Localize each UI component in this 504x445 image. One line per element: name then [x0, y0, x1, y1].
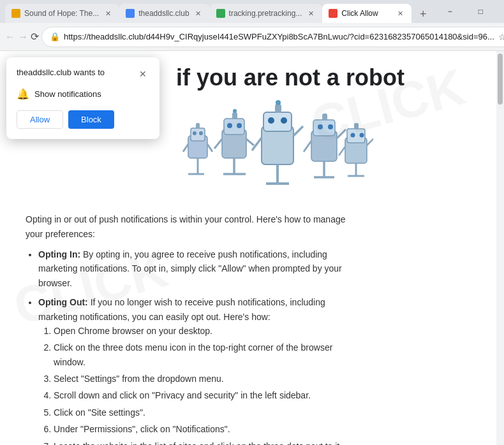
svg-line-40: [304, 141, 311, 152]
back-button[interactable]: ←: [5, 27, 15, 47]
tab1-favicon: [11, 9, 20, 18]
svg-rect-4: [196, 123, 200, 129]
maximize-button[interactable]: □: [466, 3, 494, 20]
reload-button[interactable]: ⟳: [31, 27, 39, 47]
forward-button[interactable]: →: [18, 27, 28, 47]
svg-line-31: [293, 126, 303, 136]
block-button[interactable]: Block: [68, 110, 114, 129]
body-intro: Opting in or out of push notifications i…: [26, 212, 357, 241]
svg-point-12: [227, 123, 232, 128]
tab4-label: Click Allow: [341, 9, 391, 18]
tab2-label: theaddsllc.club: [138, 9, 189, 18]
step-4: Scroll down and click on "Privacy and se…: [54, 388, 357, 402]
tab-sound-of-hope[interactable]: Sound of Hope: The... ✕: [5, 4, 119, 23]
svg-line-19: [214, 139, 222, 149]
show-notifications-label: Show notifications: [34, 89, 101, 99]
popup-notification-row: 🔔 Show notifications: [17, 88, 149, 100]
browser-frame: Sound of Hope: The... ✕ theaddsllc.club …: [0, 0, 504, 445]
svg-rect-25: [275, 104, 281, 113]
popup-title: theaddsllc.club wants to: [17, 68, 105, 77]
svg-line-20: [246, 139, 254, 145]
tab1-label: Sound of Hope: The...: [24, 9, 99, 18]
tab3-favicon: [216, 9, 225, 18]
allow-button[interactable]: Allow: [17, 110, 63, 129]
robots-svg: [169, 98, 373, 200]
svg-point-3: [199, 131, 203, 135]
tab-strip: Sound of Hope: The... ✕ theaddsllc.club …: [5, 0, 432, 23]
body-text: Opting in or out of push notifications i…: [26, 212, 357, 445]
new-tab-button[interactable]: +: [414, 5, 432, 23]
tab4-close[interactable]: ✕: [395, 8, 405, 18]
minimize-button[interactable]: −: [436, 3, 464, 20]
close-button[interactable]: ✕: [497, 3, 504, 20]
bookmark-star-icon[interactable]: ☆: [498, 32, 504, 42]
tab-click-allow[interactable]: Click Allow ✕: [322, 4, 411, 23]
opting-out-heading: Opting Out:: [38, 297, 88, 307]
opting-out-bullet: Opting Out: If you no longer wish to rec…: [38, 295, 357, 445]
steps-list: Open Chrome browser on your desktop. Cli…: [38, 324, 357, 445]
svg-rect-1: [191, 128, 205, 141]
opting-in-heading: Opting In:: [38, 249, 80, 259]
svg-point-34: [318, 124, 323, 129]
bullet-list: Opting In: By opting in, you agree to re…: [26, 247, 357, 445]
svg-point-26: [276, 100, 281, 105]
tab-tracking[interactable]: tracking.pretracking... ✕: [210, 4, 323, 23]
nav-bar: ← → ⟳ 🔒 https://theaddsllc.club/d44H9v_C…: [0, 23, 504, 51]
tab3-label: tracking.pretracking...: [229, 9, 302, 18]
svg-rect-14: [232, 112, 237, 119]
svg-rect-46: [354, 123, 359, 129]
tab3-close[interactable]: ✕: [306, 8, 316, 18]
step-5: Click on "Site settings".: [54, 405, 357, 419]
window-controls: − □ ✕: [436, 3, 504, 20]
step-6: Under "Permissions", click on "Notificat…: [54, 422, 357, 436]
tab4-favicon: [329, 9, 337, 18]
svg-point-13: [237, 123, 242, 128]
step-1: Open Chrome browser on your desktop.: [54, 324, 357, 338]
step-7: Locate the website in the list of sites …: [54, 439, 357, 445]
svg-point-35: [328, 124, 333, 129]
page-content: CLICK CLICK theaddsllc.club wants to ✕ 🔔…: [0, 51, 504, 445]
svg-point-44: [351, 133, 355, 138]
step-3: Select "Settings" from the dropdown menu…: [54, 372, 357, 386]
svg-point-24: [281, 117, 287, 124]
address-text: https://theaddsllc.club/d44H9v_CIRqyjuse…: [64, 32, 494, 41]
popup-buttons: Allow Block: [17, 110, 149, 129]
popup-header: theaddsllc.club wants to ✕: [17, 68, 149, 80]
tab2-close[interactable]: ✕: [193, 8, 204, 18]
svg-point-45: [360, 133, 364, 138]
svg-line-8: [183, 144, 188, 152]
tab-theaddsllc[interactable]: theaddsllc.club ✕: [119, 4, 209, 23]
scrollbar-thumb[interactable]: [498, 54, 503, 105]
tab2-favicon: [126, 9, 135, 18]
svg-line-50: [339, 147, 345, 156]
svg-line-51: [367, 138, 373, 145]
svg-point-2: [193, 131, 196, 135]
step-2: Click on the three dots menu icon in the…: [54, 340, 357, 369]
notification-popup: theaddsllc.club wants to ✕ 🔔 Show notifi…: [6, 57, 159, 139]
opting-in-text: By opting in, you agree to receive push …: [38, 249, 342, 288]
svg-point-23: [268, 117, 274, 124]
bell-icon: 🔔: [17, 88, 29, 100]
scrollbar[interactable]: [496, 51, 504, 445]
opting-in-bullet: Opting In: By opting in, you agree to re…: [38, 247, 357, 290]
content-area: CLICK CLICK theaddsllc.club wants to ✕ 🔔…: [0, 51, 504, 445]
tab1-close[interactable]: ✕: [103, 8, 113, 18]
title-bar: Sound of Hope: The... ✕ theaddsllc.club …: [0, 0, 504, 23]
svg-rect-22: [263, 112, 292, 131]
svg-line-9: [207, 144, 212, 152]
svg-point-15: [233, 109, 237, 113]
lock-icon: 🔒: [50, 32, 60, 41]
svg-rect-36: [322, 113, 327, 120]
address-bar[interactable]: 🔒 https://theaddsllc.club/d44H9v_CIRqyju…: [41, 27, 504, 47]
svg-line-41: [337, 129, 346, 138]
popup-close-button[interactable]: ✕: [137, 68, 149, 80]
